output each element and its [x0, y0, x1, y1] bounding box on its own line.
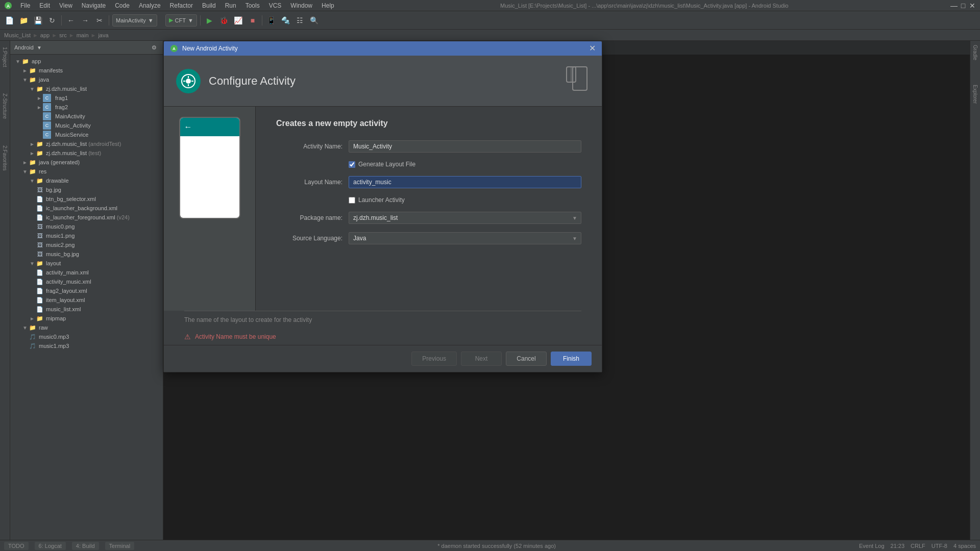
redo-btn[interactable]: → [79, 14, 91, 27]
close-button[interactable]: ✕ [969, 2, 976, 9]
build-tab[interactable]: 4: Build [72, 542, 99, 550]
tree-item-res[interactable]: ▼ 📁 res [10, 167, 163, 176]
img-icon-music-bg: 🖼 [36, 250, 44, 258]
menu-help[interactable]: Help [317, 1, 338, 10]
new-file-btn[interactable]: 📄 [3, 14, 15, 27]
tree-item-music2-png[interactable]: 🖼 music2.png [10, 240, 163, 249]
tree-item-item-layout[interactable]: 📄 item_layout.xml [10, 295, 163, 305]
menu-refactor[interactable]: Refactor [166, 1, 197, 10]
tree-item-frag2-layout[interactable]: 📄 frag2_layout.xml [10, 286, 163, 295]
menu-window[interactable]: Window [286, 1, 316, 10]
tree-item-ic-bg[interactable]: 📄 ic_launcher_background.xml [10, 204, 163, 213]
tree-item-androidtest[interactable]: ► 📁 zj.dzh.music_list (androidTest) [10, 139, 163, 148]
tree-item-pkg-main[interactable]: ▼ 📁 zj.dzh.music_list [10, 84, 163, 93]
menu-view[interactable]: View [55, 1, 77, 10]
cut-btn[interactable]: ✂ [93, 14, 106, 27]
tree-item-layout[interactable]: ▼ 📁 layout [10, 259, 163, 268]
panel-dropdown-arrow[interactable]: ▼ [37, 45, 42, 51]
configure-icon [181, 74, 195, 88]
menu-build[interactable]: Build [198, 1, 220, 10]
tree-item-music1-mp3[interactable]: 🎵 music1.mp3 [10, 341, 163, 350]
layout-name-input[interactable] [349, 176, 581, 188]
terminal-tab[interactable]: Terminal [105, 542, 135, 550]
menu-tools[interactable]: Tools [241, 1, 264, 10]
tree-item-frag1[interactable]: ► C frag1 [10, 93, 163, 103]
event-log-tab[interactable]: Event Log [859, 543, 885, 549]
undo-btn[interactable]: ← [65, 14, 77, 27]
save-btn[interactable]: 💾 [32, 14, 44, 27]
explorer-tab[interactable]: Explorer [972, 83, 978, 106]
tree-item-bg-jpg[interactable]: 🖼 bg.jpg [10, 185, 163, 194]
search-btn[interactable]: 🔍 [308, 14, 321, 27]
tree-item-mainactivity[interactable]: C MainActivity [10, 112, 163, 121]
tree-item-frag2[interactable]: ► C frag2 [10, 103, 163, 112]
run-btn[interactable]: ▶ [204, 14, 216, 27]
favorites-tab-icon[interactable]: 2:Favorites [2, 143, 8, 172]
cft-dropdown[interactable]: ▶ CFT ▼ [165, 14, 197, 27]
maximize-button[interactable]: □ [960, 2, 967, 9]
menu-vcs[interactable]: VCS [265, 1, 286, 10]
folder-icon-layout: 📁 [36, 259, 44, 267]
tree-item-musicactivity[interactable]: C Music_Activity [10, 121, 163, 130]
finish-button[interactable]: Finish [551, 352, 592, 366]
menu-run[interactable]: Run [221, 1, 240, 10]
launcher-activity-checkbox[interactable] [349, 197, 355, 204]
debug-btn[interactable]: 🐞 [218, 14, 230, 27]
tree-item-activity-main[interactable]: 📄 activity_main.xml [10, 268, 163, 277]
structure-btn[interactable]: ☷ [294, 14, 306, 27]
tree-item-activity-music[interactable]: 📄 activity_music.xml [10, 277, 163, 286]
menu-file[interactable]: File [16, 1, 34, 10]
tree-item-musicservice[interactable]: C MusicService [10, 130, 163, 139]
package-name-select[interactable]: zj.dzh.music_list [349, 212, 581, 224]
window-controls: — □ ✕ [950, 2, 976, 9]
avd-btn[interactable]: 📱 [265, 14, 278, 27]
android-dropdown[interactable]: Android [14, 44, 34, 51]
menu-edit[interactable]: Edit [35, 1, 54, 10]
todo-tab[interactable]: TODO [4, 542, 29, 550]
activity-name-input[interactable] [349, 140, 581, 153]
tree-item-app[interactable]: ▼ 📁 app [10, 57, 163, 66]
sync-btn[interactable]: ↻ [46, 14, 58, 27]
panel-settings-btn[interactable]: ⚙ [150, 43, 159, 52]
menu-analyze[interactable]: Analyze [135, 1, 165, 10]
tree-item-music-bg-jpg[interactable]: 🖼 music_bg.jpg [10, 249, 163, 259]
tree-item-raw[interactable]: ▼ 📁 raw [10, 323, 163, 332]
dialog-close-button[interactable]: ✕ [589, 44, 596, 53]
breadcrumb-music-list[interactable]: Music_List [4, 32, 31, 38]
tree-item-music1-png[interactable]: 🖼 music1.png [10, 231, 163, 240]
menu-navigate[interactable]: Navigate [78, 1, 110, 10]
project-tab-icon[interactable]: 1:Project [2, 45, 8, 69]
tree-item-java[interactable]: ▼ 📁 java [10, 75, 163, 84]
panel-header-title: Android ▼ [14, 44, 42, 51]
profile-btn[interactable]: 📈 [232, 14, 244, 27]
stop-btn[interactable]: ■ [247, 14, 259, 27]
menu-code[interactable]: Code [111, 1, 134, 10]
tree-item-manifests[interactable]: ► 📁 manifests [10, 66, 163, 75]
open-btn[interactable]: 📁 [17, 14, 30, 27]
tree-item-ic-fg[interactable]: 📄 ic_launcher_foreground.xml (v24) [10, 213, 163, 222]
tree-item-btn-bg[interactable]: 📄 btn_bg_selector.xml [10, 194, 163, 204]
logcat-tab[interactable]: 6: Logcat [35, 542, 66, 550]
minimize-button[interactable]: — [950, 2, 958, 9]
tree-item-music0-mp3[interactable]: 🎵 music0.mp3 [10, 332, 163, 341]
breadcrumb-main[interactable]: main [77, 32, 89, 38]
structure-tab-icon[interactable]: Z-Structure [2, 91, 8, 121]
source-language-select[interactable]: Java Kotlin [349, 232, 581, 244]
project-dropdown[interactable]: MainActivity ▼ [112, 14, 157, 27]
breadcrumb-app[interactable]: app [40, 32, 50, 38]
tree-item-java-generated[interactable]: ► 📁 java (generated) [10, 158, 163, 167]
cancel-button[interactable]: Cancel [506, 352, 547, 366]
tree-item-drawable[interactable]: ▼ 📁 drawable [10, 176, 163, 185]
tree-item-music0-png[interactable]: 🖼 music0.png [10, 222, 163, 231]
next-button[interactable]: Next [461, 352, 502, 366]
gradle-tab[interactable]: Gradle [972, 43, 978, 62]
generate-layout-checkbox[interactable] [349, 161, 355, 168]
tree-item-test[interactable]: ► 📁 zj.dzh.music_list (test) [10, 148, 163, 158]
tree-item-music-list-xml[interactable]: 📄 music_list.xml [10, 305, 163, 314]
previous-button[interactable]: Previous [411, 352, 457, 366]
folder-icon-java: 📁 [29, 76, 37, 84]
breadcrumb-src[interactable]: src [59, 32, 67, 38]
tree-item-mipmap[interactable]: ► 📁 mipmap [10, 314, 163, 323]
sdk-btn[interactable]: 🔩 [280, 14, 292, 27]
breadcrumb-java[interactable]: java [98, 32, 108, 38]
